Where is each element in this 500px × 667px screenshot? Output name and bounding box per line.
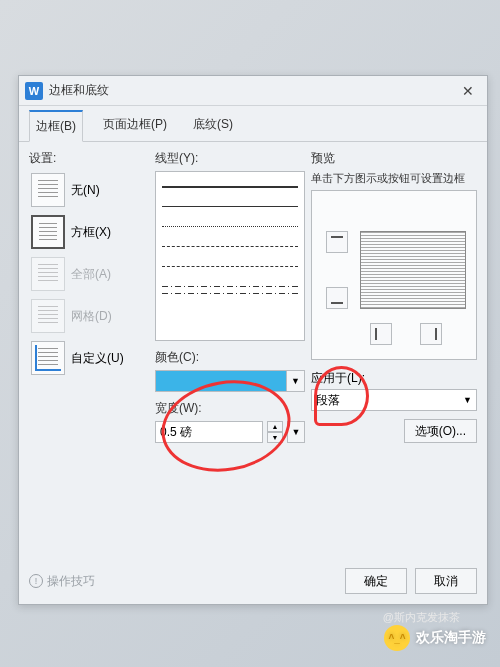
tab-shading[interactable]: 底纹(S)	[187, 110, 239, 141]
width-label: 宽度(W):	[155, 400, 305, 417]
border-all-icon	[31, 257, 65, 291]
setting-none[interactable]: 无(N)	[29, 171, 149, 209]
linestyle-label: 线型(Y):	[155, 150, 305, 167]
width-value: 0.5	[160, 425, 177, 439]
chevron-down-icon: ▼	[463, 395, 472, 405]
watermark: 欢乐淘手游	[384, 625, 486, 651]
tab-border[interactable]: 边框(B)	[29, 110, 83, 142]
setting-custom-label: 自定义(U)	[71, 350, 124, 367]
linestyle-list[interactable]	[155, 171, 305, 341]
settings-label: 设置:	[29, 150, 149, 167]
preview-desc: 单击下方图示或按钮可设置边框	[311, 171, 477, 186]
apply-label: 应用于(L):	[311, 370, 477, 387]
width-dropdown-icon[interactable]: ▼	[287, 421, 305, 443]
tips-label: 操作技巧	[47, 573, 95, 590]
settings-column: 设置: 无(N) 方框(X) 全部(A) 网格(D) 自定义(U)	[29, 150, 149, 443]
cancel-button[interactable]: 取消	[415, 568, 477, 594]
preview-content[interactable]	[360, 231, 466, 309]
width-input[interactable]: 0.5 磅	[155, 421, 263, 443]
border-custom-icon	[31, 341, 65, 375]
linestyle-item[interactable]	[162, 206, 298, 220]
color-picker[interactable]: ▼	[155, 370, 305, 392]
preview-column: 预览 单击下方图示或按钮可设置边框 应用于(L): 段落 ▼ 选项(O)...	[311, 150, 477, 443]
linestyle-column: 线型(Y): 颜色(C): ▼ 宽度(W): 0.5 磅	[155, 150, 305, 443]
options-button[interactable]: 选项(O)...	[404, 419, 477, 443]
preview-right-border-button[interactable]	[420, 323, 442, 345]
setting-box[interactable]: 方框(X)	[29, 213, 149, 251]
width-unit: 磅	[180, 424, 192, 441]
preview-bottom-border-button[interactable]	[326, 287, 348, 309]
apply-row: 应用于(L): 段落 ▼ 选项(O)...	[311, 370, 477, 411]
width-spinner: ▲ ▼	[267, 421, 283, 443]
setting-grid-label: 网格(D)	[71, 308, 112, 325]
tips-link[interactable]: ! 操作技巧	[29, 573, 337, 590]
ok-button[interactable]: 确定	[345, 568, 407, 594]
color-label: 颜色(C):	[155, 349, 305, 366]
spin-up-icon[interactable]: ▲	[267, 421, 283, 432]
watermark-text: 欢乐淘手游	[416, 629, 486, 647]
help-icon: !	[29, 574, 43, 588]
setting-custom[interactable]: 自定义(U)	[29, 339, 149, 377]
linestyle-item[interactable]	[162, 186, 298, 200]
setting-grid[interactable]: 网格(D)	[29, 297, 149, 335]
preview-box	[311, 190, 477, 360]
border-none-icon	[31, 173, 65, 207]
linestyle-item[interactable]	[162, 286, 298, 287]
watermark-logo-icon	[384, 625, 410, 651]
linestyle-item[interactable]	[162, 246, 298, 260]
borders-shading-dialog: W 边框和底纹 ✕ 边框(B) 页面边框(P) 底纹(S) 设置: 无(N) 方…	[18, 75, 488, 605]
tab-bar: 边框(B) 页面边框(P) 底纹(S)	[19, 106, 487, 142]
preview-left-border-button[interactable]	[370, 323, 392, 345]
tab-page-border[interactable]: 页面边框(P)	[97, 110, 173, 141]
spin-down-icon[interactable]: ▼	[267, 432, 283, 443]
dialog-content: 设置: 无(N) 方框(X) 全部(A) 网格(D) 自定义(U)	[19, 142, 487, 451]
setting-all[interactable]: 全部(A)	[29, 255, 149, 293]
dialog-title: 边框和底纹	[49, 82, 455, 99]
setting-all-label: 全部(A)	[71, 266, 111, 283]
dialog-footer: ! 操作技巧 确定 取消	[29, 568, 477, 594]
preview-label: 预览	[311, 150, 477, 167]
linestyle-item[interactable]	[162, 226, 298, 240]
linestyle-item[interactable]	[162, 293, 298, 294]
attribution-text: @斯内克发抹茶	[383, 610, 460, 625]
titlebar: W 边框和底纹 ✕	[19, 76, 487, 106]
preview-top-border-button[interactable]	[326, 231, 348, 253]
linestyle-item[interactable]	[162, 266, 298, 280]
close-icon[interactable]: ✕	[455, 80, 481, 102]
chevron-down-icon: ▼	[286, 371, 304, 391]
border-box-icon	[31, 215, 65, 249]
border-grid-icon	[31, 299, 65, 333]
app-icon: W	[25, 82, 43, 100]
color-swatch-icon	[156, 371, 286, 391]
apply-select[interactable]: 段落 ▼	[311, 389, 477, 411]
setting-none-label: 无(N)	[71, 182, 100, 199]
setting-box-label: 方框(X)	[71, 224, 111, 241]
apply-value: 段落	[316, 392, 340, 409]
